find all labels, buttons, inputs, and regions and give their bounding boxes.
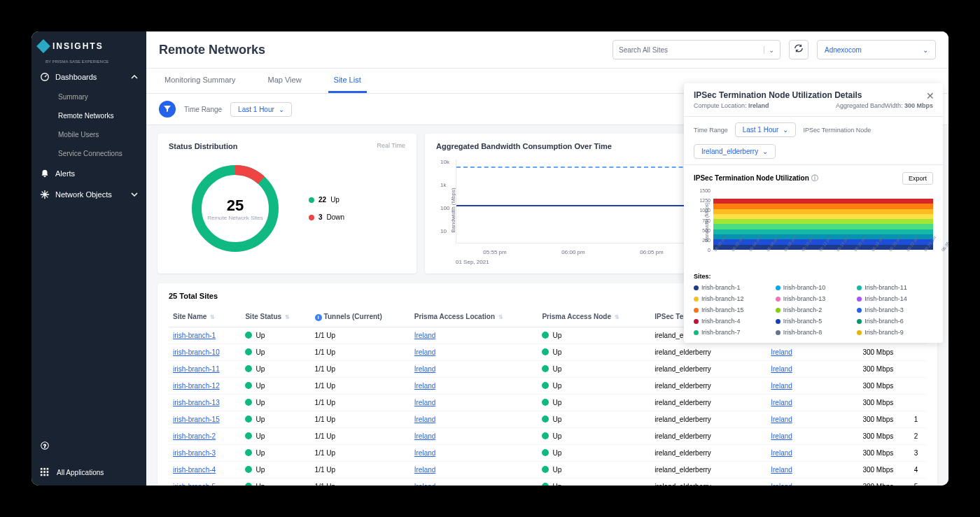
location-link[interactable]: Ireland: [414, 365, 436, 373]
legend-item[interactable]: Irish-branch-8: [776, 329, 852, 336]
location-link[interactable]: Ireland: [414, 432, 436, 440]
compute-link[interactable]: Ireland: [771, 399, 792, 406]
compute-link[interactable]: Ireland: [771, 483, 792, 486]
legend-item[interactable]: Irish-branch-11: [857, 284, 933, 291]
site-link[interactable]: irish-branch-15: [173, 416, 220, 423]
location-link[interactable]: Ireland: [414, 483, 436, 486]
compute-link[interactable]: Ireland: [771, 348, 792, 356]
compute-link[interactable]: Ireland: [771, 365, 792, 373]
col-header[interactable]: Prisma Access Location ⇅: [410, 307, 538, 327]
compute-link[interactable]: Ireland: [771, 416, 792, 423]
compute-link[interactable]: Ireland: [771, 449, 792, 457]
legend-item[interactable]: Irish-branch-13: [776, 295, 852, 302]
dp-node-dropdown[interactable]: Ireland_elderberry⌄: [694, 144, 776, 159]
chevron-down-icon: [131, 191, 138, 198]
col-header[interactable]: Prisma Access Node ⇅: [538, 307, 650, 327]
svg-rect-8: [47, 471, 49, 473]
n-cell: 3: [910, 444, 926, 461]
legend-item[interactable]: Irish-branch-12: [694, 295, 770, 302]
legend-item[interactable]: Irish-branch-15: [694, 306, 770, 313]
site-link[interactable]: irish-branch-10: [173, 348, 220, 356]
table-row: irish-branch-11 Up 1/1 Up Ireland Up ire…: [169, 360, 926, 377]
bell-icon: [40, 169, 50, 178]
help-button[interactable]: ?: [31, 432, 146, 459]
nav-alerts[interactable]: Alerts: [31, 163, 146, 184]
location-link[interactable]: Ireland: [414, 466, 436, 474]
site-link[interactable]: irish-branch-5: [173, 483, 216, 486]
search-sites-dropdown[interactable]: Search All Sites ⌄: [612, 40, 780, 59]
col-header[interactable]: iTunnels (Current): [311, 307, 410, 327]
nav-dashboards[interactable]: Dashboards: [31, 66, 146, 87]
site-link[interactable]: irish-branch-11: [173, 365, 220, 373]
sidebar-item-remote-networks[interactable]: Remote Networks: [31, 106, 146, 125]
legend-item[interactable]: Irish-branch-2: [776, 306, 852, 313]
site-link[interactable]: irish-branch-13: [173, 399, 220, 406]
y-tick: 10k: [440, 159, 449, 165]
nav-label: Dashboards: [55, 73, 97, 81]
y-tick: 100: [440, 205, 449, 211]
time-range-dropdown[interactable]: Last 1 Hour ⌄: [230, 102, 292, 117]
close-icon: ✕: [926, 90, 934, 101]
status-badge: Up: [245, 449, 306, 457]
nav-network-objects[interactable]: Network Objects: [31, 184, 146, 205]
col-header[interactable]: Site Name ⇅: [169, 307, 241, 327]
grid-icon: [40, 467, 50, 477]
compute-link[interactable]: Ireland: [771, 382, 792, 390]
refresh-button[interactable]: [789, 40, 808, 59]
chevron-down-icon: ⌄: [764, 46, 774, 54]
legend-item[interactable]: Irish-branch-5: [776, 318, 852, 325]
tunnels-cell: 1/1 Up: [311, 327, 410, 344]
bw-cell: 300 Mbps: [858, 377, 909, 394]
location-link[interactable]: Ireland: [414, 332, 436, 339]
site-link[interactable]: irish-branch-3: [173, 449, 216, 457]
location-link[interactable]: Ireland: [414, 416, 436, 423]
export-button[interactable]: Export: [902, 172, 933, 185]
compute-link[interactable]: Ireland: [771, 466, 792, 474]
compute-link[interactable]: Ireland: [771, 432, 792, 440]
chevron-down-icon: ⌄: [762, 148, 768, 155]
close-button[interactable]: ✕: [926, 90, 934, 101]
tab-map-view[interactable]: Map View: [262, 69, 307, 93]
svg-text:?: ?: [43, 444, 46, 448]
help-icon: ?: [40, 441, 50, 451]
status-badge: Up: [245, 483, 306, 486]
legend-item[interactable]: Irish-branch-6: [857, 318, 933, 325]
site-link[interactable]: irish-branch-1: [173, 332, 216, 339]
area-band: [713, 229, 933, 234]
tenant-dropdown[interactable]: Adnexocom ⌄: [817, 40, 936, 59]
location-link[interactable]: Ireland: [414, 348, 436, 356]
site-link[interactable]: irish-branch-2: [173, 432, 216, 440]
dp-time-dropdown[interactable]: Last 1 Hour⌄: [735, 122, 797, 137]
svg-rect-7: [43, 471, 46, 473]
legend-item[interactable]: Irish-branch-14: [857, 295, 933, 302]
legend-item[interactable]: Irish-branch-7: [694, 329, 770, 336]
status-badge: Up: [245, 365, 306, 373]
col-header[interactable]: Site Status ⇅: [241, 307, 310, 327]
sidebar-item-summary[interactable]: Summary: [31, 87, 146, 106]
filter-button[interactable]: [159, 101, 176, 118]
term-node-cell: ireland_elderberry: [650, 360, 766, 377]
sidebar-item-service-connections[interactable]: Service Connections: [31, 144, 146, 163]
site-link[interactable]: irish-branch-4: [173, 466, 216, 474]
tab-monitoring-summary[interactable]: Monitoring Summary: [159, 69, 241, 93]
legend-item[interactable]: Irish-branch-9: [857, 329, 933, 336]
sidebar-item-mobile-users[interactable]: Mobile Users: [31, 125, 146, 144]
location-link[interactable]: Ireland: [414, 399, 436, 406]
chevron-down-icon: ⌄: [279, 106, 284, 113]
all-applications-button[interactable]: All Applications: [31, 459, 146, 486]
info-icon[interactable]: ⓘ: [811, 174, 818, 182]
legend-item[interactable]: Irish-branch-10: [776, 284, 852, 291]
legend-item[interactable]: Irish-branch-4: [694, 318, 770, 325]
term-node-cell: ireland_elderberry: [650, 344, 766, 360]
tab-site-list[interactable]: Site List: [328, 69, 367, 93]
site-link[interactable]: irish-branch-12: [173, 382, 220, 390]
legend-item[interactable]: Irish-branch-3: [857, 306, 933, 313]
node-status: Up: [542, 432, 646, 440]
bw-value: 300 Mbps: [904, 102, 933, 109]
term-node-cell: ireland_elderberry: [650, 478, 766, 486]
legend-item[interactable]: Irish-branch-1: [694, 284, 770, 291]
location-link[interactable]: Ireland: [414, 449, 436, 457]
y-tick: 1500: [699, 188, 710, 193]
y-tick: 10: [440, 228, 447, 234]
location-link[interactable]: Ireland: [414, 382, 436, 390]
